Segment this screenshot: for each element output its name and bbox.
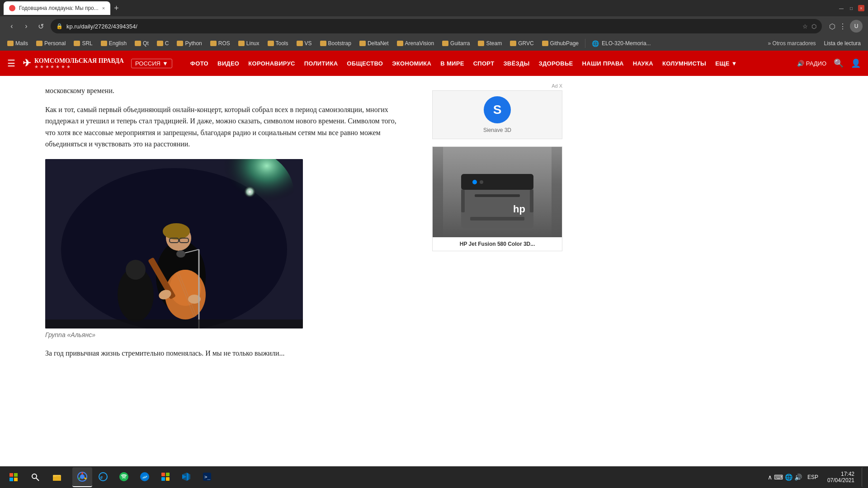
- chevron-up-tray-icon[interactable]: ∧: [768, 474, 772, 481]
- sidebar: Ad X S Sienave 3D: [425, 76, 570, 368]
- nav-coronavirus[interactable]: КОРОНАВИРУС: [245, 58, 298, 69]
- bookmark-deltanet[interactable]: DeltaNet: [356, 39, 392, 47]
- nav-politics[interactable]: ПОЛИТИКА: [301, 58, 342, 69]
- close-button[interactable]: ×: [858, 5, 864, 11]
- svg-point-20: [176, 250, 185, 258]
- extensions-button[interactable]: ⬡: [829, 22, 835, 31]
- bookmark-ros[interactable]: ROS: [207, 39, 234, 47]
- browser-chrome: Годовщина локдауна: Мы про... × + — □ × …: [0, 0, 868, 51]
- bookmark-grvc[interactable]: GRVC: [506, 39, 537, 47]
- radio-button[interactable]: 🔊 РАДИО: [797, 60, 826, 67]
- folder-icon: [157, 41, 163, 46]
- elo-icon: 🌐: [592, 40, 599, 47]
- taskbar-clock[interactable]: 17:42 07/04/2021: [824, 471, 858, 483]
- volume-icon[interactable]: 🔊: [794, 474, 802, 481]
- user-account-button[interactable]: 👤: [851, 58, 861, 68]
- bookmark-arenavision[interactable]: ArenaVision: [393, 39, 438, 47]
- svg-rect-48: [166, 473, 170, 476]
- bookmark-guitarra[interactable]: Guitarra: [439, 39, 473, 47]
- reload-button[interactable]: ↺: [34, 20, 47, 33]
- ad-product-block[interactable]: hp HP Jet Fusion 580 Color 3D...: [432, 146, 562, 251]
- nav-rights[interactable]: НАШИ ПРАВА: [579, 58, 627, 69]
- forward-button[interactable]: ›: [20, 20, 33, 33]
- taskbar-terminal[interactable]: >_: [197, 467, 217, 487]
- bookmark-english[interactable]: English: [97, 39, 130, 47]
- bookmarks-bar: Mails Personal SRL English Qt C Python: [0, 36, 868, 51]
- search-taskbar-button[interactable]: [25, 467, 45, 487]
- bookmark-qt[interactable]: Qt: [131, 39, 152, 47]
- taskbar-chrome[interactable]: [72, 467, 92, 487]
- address-bar[interactable]: 🔒 kp.ru/daily/27262/4394354/ ☆ ⬡: [51, 19, 822, 33]
- site-wrapper: ☰ ✈ КОМСОМОЛЬСКАЯ ПРАВДА ★ ★ ★ ★ ★ ★ ★ Р…: [0, 51, 868, 368]
- nav-society[interactable]: ОБЩЕСТВО: [343, 58, 387, 69]
- keyboard-icon[interactable]: ⌨: [774, 474, 783, 481]
- bookmark-python[interactable]: Python: [173, 39, 205, 47]
- folder-icon: [542, 41, 548, 46]
- reading-list[interactable]: Lista de lectura: [821, 39, 864, 47]
- nav-science[interactable]: НАУКА: [629, 58, 657, 69]
- show-desktop-button[interactable]: [862, 467, 864, 487]
- article-paragraph-3: За год привычная жизнь стремительно поме…: [45, 347, 407, 359]
- nav-video[interactable]: ВИДЕО: [214, 58, 243, 69]
- clock-time: 17:42: [841, 471, 854, 477]
- bookmark-mails[interactable]: Mails: [4, 39, 32, 47]
- search-button[interactable]: 🔍: [834, 58, 844, 68]
- file-explorer-button[interactable]: [47, 467, 67, 487]
- extension-icon[interactable]: ⬡: [811, 23, 816, 30]
- new-tab-button[interactable]: +: [114, 4, 119, 13]
- kp-logo[interactable]: ✈ КОМСОМОЛЬСКАЯ ПРАВДА ★ ★ ★ ★ ★ ★ ★: [23, 57, 124, 69]
- bookmark-srl[interactable]: SRL: [70, 39, 96, 47]
- nav-photo[interactable]: ФОТО: [187, 58, 212, 69]
- browser-tab[interactable]: Годовщина локдауна: Мы про... ×: [4, 1, 110, 15]
- bookmark-personal[interactable]: Personal: [33, 39, 69, 47]
- nav-stars[interactable]: ЗВЁЗДЫ: [500, 58, 533, 69]
- maximize-button[interactable]: □: [848, 5, 854, 11]
- taskbar-vscode[interactable]: [176, 467, 196, 487]
- clock-date: 07/04/2021: [827, 477, 854, 483]
- bookmark-elo[interactable]: 🌐 ELO-320-Memoria...: [588, 39, 655, 48]
- bookmark-linux[interactable]: Linux: [235, 39, 263, 47]
- taskbar-ie[interactable]: e: [93, 467, 113, 487]
- folder-icon: [397, 41, 403, 46]
- russia-dropdown[interactable]: РОССИЯ ▼: [131, 59, 172, 68]
- nav-columnists[interactable]: КОЛУМНИСТЫ: [659, 58, 710, 69]
- nav-more[interactable]: ЕЩЕ ▼: [712, 58, 741, 69]
- profile-avatar[interactable]: U: [850, 20, 863, 33]
- svg-rect-40: [53, 475, 57, 477]
- bookmark-githubpage[interactable]: GithubPage: [538, 39, 582, 47]
- svg-text:hp: hp: [513, 203, 525, 215]
- bookmark-tools[interactable]: Tools: [264, 39, 292, 47]
- nav-world[interactable]: В МИРЕ: [437, 58, 467, 69]
- taskbar-spotify[interactable]: [114, 467, 134, 487]
- speaker-icon: 🔊: [797, 60, 804, 67]
- bookmark-steam[interactable]: Steam: [474, 39, 505, 47]
- network-icon[interactable]: 🌐: [785, 474, 793, 481]
- hamburger-menu[interactable]: ☰: [7, 58, 15, 69]
- more-chevron-icon: ▼: [731, 60, 737, 67]
- taskbar-store[interactable]: [156, 467, 175, 487]
- folder-icon: [359, 41, 366, 46]
- back-button[interactable]: ‹: [5, 20, 18, 33]
- bookmark-bootstrap[interactable]: Bootstrap: [316, 39, 355, 47]
- tab-close-button[interactable]: ×: [102, 5, 105, 11]
- nav-economy[interactable]: ЭКОНОМИКА: [388, 58, 435, 69]
- svg-point-3: [219, 182, 260, 222]
- folder-icon: [510, 41, 516, 46]
- minimize-button[interactable]: —: [838, 5, 844, 11]
- ad-close-button[interactable]: Ad X: [432, 83, 562, 89]
- taskbar-edge[interactable]: [135, 467, 155, 487]
- nav-health[interactable]: ЗДОРОВЬЕ: [535, 58, 577, 69]
- start-button[interactable]: [4, 467, 24, 487]
- settings-button[interactable]: ⋮: [839, 22, 846, 31]
- bookmark-vs[interactable]: VS: [293, 39, 316, 47]
- svg-point-25: [472, 180, 477, 184]
- svg-rect-49: [161, 477, 165, 481]
- svg-line-37: [36, 478, 39, 481]
- nav-sport[interactable]: СПОРТ: [470, 58, 498, 69]
- bookmark-star-icon[interactable]: ☆: [802, 23, 808, 30]
- bookmarks-separator: [585, 39, 585, 48]
- more-bookmarks[interactable]: » Otros marcadores: [764, 39, 820, 47]
- taskbar-language[interactable]: ESP: [806, 474, 820, 480]
- bookmark-c[interactable]: C: [153, 39, 173, 47]
- svg-rect-24: [461, 174, 533, 190]
